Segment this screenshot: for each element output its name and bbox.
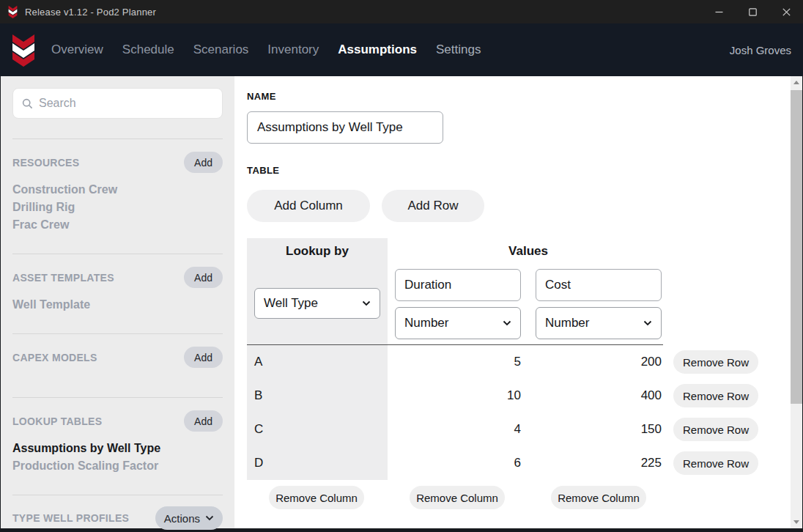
app-window: Release v1.12 - Pod2 Planner [0,0,803,532]
sidebar-item-assumptions-by-well-type[interactable]: Assumptions by Well Type [12,440,223,457]
search-box[interactable] [12,88,223,119]
table-label: TABLE [247,165,791,176]
row-duration-value: 4 [395,413,521,446]
section-title-capex-models: CAPEX MODELS [12,352,97,363]
main-content: NAME TABLE Add Column Add Row Lookup by … [234,76,791,528]
row-key: B [254,379,262,413]
maximize-icon [749,8,757,16]
vertical-scrollbar[interactable] [791,76,802,528]
add-asset-template-button[interactable]: Add [184,267,223,288]
nav-item-inventory[interactable]: Inventory [267,43,319,57]
row-duration-value: 6 [395,446,521,480]
minimize-button[interactable] [702,0,736,23]
remove-column-button-cost[interactable]: Remove Column [551,486,646,509]
table-row: C 4 150 Remove Row [247,413,767,446]
row-key: D [254,446,263,480]
section-title-type-well-profiles: TYPE WELL PROFILES [12,512,129,524]
section-title-resources: RESOURCES [12,157,79,169]
row-cost-value: 225 [536,446,662,480]
type-well-profiles-actions-button[interactable]: Actions [155,506,223,530]
table-row: B 10 400 Remove Row [247,379,767,413]
column-type-select-cost[interactable]: Number [536,307,662,339]
divider [12,397,223,398]
chevron-down-icon [643,320,652,326]
sidebar-item-frac-crew[interactable]: Frac Crew [12,216,223,234]
sidebar-item-drilling-rig[interactable]: Drilling Rig [12,199,223,216]
table-row: A 5 200 Remove Row [247,345,767,379]
row-key: A [254,345,262,379]
row-cost-value: 150 [536,413,662,446]
add-row-button[interactable]: Add Row [382,190,484,222]
row-duration-value: 5 [395,345,521,379]
user-name[interactable]: Josh Groves [730,44,791,56]
divider [12,333,223,334]
row-cost-value: 400 [536,379,662,413]
values-header: Values [393,244,663,259]
column-name-input-cost[interactable] [536,269,662,301]
divider [12,138,223,139]
main-nav: Overview Schedule Scenarios Inventory As… [0,23,803,76]
remove-row-button[interactable]: Remove Row [673,451,758,475]
table-row: D 6 225 Remove Row [247,446,767,480]
titlebar: Release v1.12 - Pod2 Planner [0,0,803,23]
section-title-lookup-tables: LOOKUP TABLES [12,415,102,427]
sidebar-item-construction-crew[interactable]: Construction Crew [12,181,223,199]
nav-item-schedule[interactable]: Schedule [122,43,174,57]
chevron-down-icon [205,515,214,521]
chevron-down-icon [503,320,511,326]
sidebar-item-production-scaling-factor[interactable]: Production Scaling Factor [12,457,223,475]
add-resource-button[interactable]: Add [184,152,223,173]
nav-item-settings[interactable]: Settings [436,43,481,57]
nav-item-scenarios[interactable]: Scenarios [193,43,249,57]
column-name-input-duration[interactable] [395,269,521,301]
name-label: NAME [247,91,791,102]
scrollbar-down-arrow[interactable] [791,516,802,528]
row-key: C [254,413,263,446]
remove-column-button-duration[interactable]: Remove Column [410,486,505,509]
add-lookup-table-button[interactable]: Add [184,410,223,432]
lookup-by-header: Lookup by [247,244,388,259]
column-type-select-duration[interactable]: Number [395,307,521,339]
row-duration-value: 10 [395,379,521,413]
lookup-table: Lookup by Values Well Type Number [247,238,767,511]
add-capex-model-button[interactable]: Add [184,347,223,368]
remove-column-button-lookup[interactable]: Remove Column [269,486,364,509]
name-input[interactable] [247,111,443,144]
brand-logo [11,33,36,67]
sidebar-item-well-template[interactable]: Well Template [12,296,223,314]
remove-row-button[interactable]: Remove Row [673,418,758,441]
minimize-icon [715,8,723,16]
app-logo-icon [7,5,18,18]
lookup-by-select[interactable]: Well Type [254,288,380,319]
search-input[interactable] [39,97,213,110]
search-icon [22,98,33,109]
nav-item-overview[interactable]: Overview [51,43,103,57]
maximize-button[interactable] [736,0,769,23]
divider [12,495,223,495]
section-title-asset-templates: ASSET TEMPLATES [12,272,114,284]
remove-row-button[interactable]: Remove Row [673,384,758,407]
close-button[interactable] [769,0,803,23]
row-cost-value: 200 [536,345,662,379]
add-column-button[interactable]: Add Column [247,190,370,222]
divider [12,254,223,254]
chevron-down-icon [362,300,371,306]
window-title: Release v1.12 - Pod2 Planner [25,7,156,18]
scrollbar-up-arrow[interactable] [791,76,802,89]
close-icon [782,8,791,16]
remove-row-button[interactable]: Remove Row [673,350,758,374]
scrollbar-thumb[interactable] [791,90,802,404]
sidebar: RESOURCES Add Construction Crew Drilling… [1,76,234,528]
nav-item-assumptions[interactable]: Assumptions [338,43,417,57]
